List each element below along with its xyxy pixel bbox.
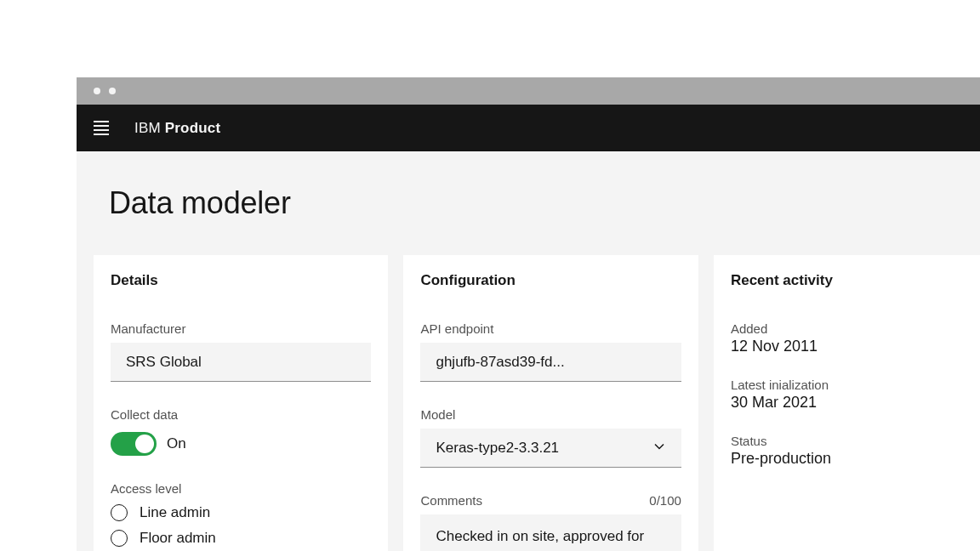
recent-activity-card: Recent activity Added 12 Nov 2011 Latest…: [714, 255, 980, 551]
details-title: Details: [111, 272, 371, 289]
radio-icon: [111, 504, 128, 521]
configuration-card: Configuration API endpoint Model Keras-t…: [403, 255, 698, 551]
access-level-label: Access level: [111, 481, 371, 496]
comments-counter: 0/100: [649, 493, 681, 508]
page-title: Data modeler: [77, 151, 980, 221]
hamburger-menu-icon[interactable]: [94, 121, 109, 135]
brand-light: IBM: [134, 120, 161, 136]
collect-data-field: Collect data On: [111, 407, 371, 456]
brand-bold: Product: [165, 120, 221, 136]
activity-added-value: 12 Nov 2011: [731, 338, 963, 355]
window-control-dot[interactable]: [109, 88, 116, 94]
radio-icon: [111, 530, 128, 547]
cards-container: Details Manufacturer Collect data On Acc…: [77, 221, 980, 551]
collect-data-state: On: [167, 435, 186, 452]
activity-status-value: Pre-production: [731, 450, 963, 468]
api-endpoint-field: API endpoint: [420, 321, 681, 382]
collect-data-label: Collect data: [111, 407, 371, 422]
comments-label: Comments: [420, 493, 482, 508]
comments-field: Comments 0/100: [420, 493, 681, 551]
model-label: Model: [420, 407, 681, 422]
configuration-title: Configuration: [420, 272, 681, 289]
access-radio-floor-admin[interactable]: Floor admin: [111, 530, 371, 547]
radio-label: Line admin: [140, 504, 210, 521]
app-window: IBM Product Data modeler Details Manufac…: [77, 77, 980, 551]
model-select[interactable]: Keras-type2-3.3.21: [420, 429, 681, 468]
activity-added: Added 12 Nov 2011: [731, 321, 963, 355]
activity-added-label: Added: [731, 321, 963, 336]
chevron-down-icon: [652, 439, 666, 457]
manufacturer-input[interactable]: [111, 343, 371, 382]
model-field: Model Keras-type2-3.3.21: [420, 407, 681, 468]
access-level-field: Access level Line admin Floor admin: [111, 481, 371, 547]
window-control-dot[interactable]: [94, 88, 100, 94]
details-card: Details Manufacturer Collect data On Acc…: [94, 255, 388, 551]
app-header: IBM Product: [77, 105, 980, 151]
activity-status-label: Status: [731, 434, 963, 448]
access-radio-line-admin[interactable]: Line admin: [111, 504, 371, 521]
activity-init-value: 30 Mar 2021: [731, 394, 963, 412]
collect-data-toggle[interactable]: [111, 432, 157, 456]
activity-init: Latest inialization 30 Mar 2021: [731, 378, 963, 412]
manufacturer-label: Manufacturer: [111, 321, 371, 336]
api-endpoint-label: API endpoint: [420, 321, 681, 336]
recent-activity-title: Recent activity: [731, 272, 963, 289]
brand-label: IBM Product: [134, 120, 220, 137]
manufacturer-field: Manufacturer: [111, 321, 371, 382]
toggle-knob: [135, 435, 154, 453]
window-titlebar: [77, 77, 980, 105]
comments-textarea[interactable]: [420, 514, 681, 551]
api-endpoint-input[interactable]: [420, 343, 681, 382]
activity-init-label: Latest inialization: [731, 378, 963, 392]
model-value: Keras-type2-3.3.21: [436, 440, 559, 457]
activity-status: Status Pre-production: [731, 434, 963, 468]
radio-label: Floor admin: [140, 530, 216, 547]
